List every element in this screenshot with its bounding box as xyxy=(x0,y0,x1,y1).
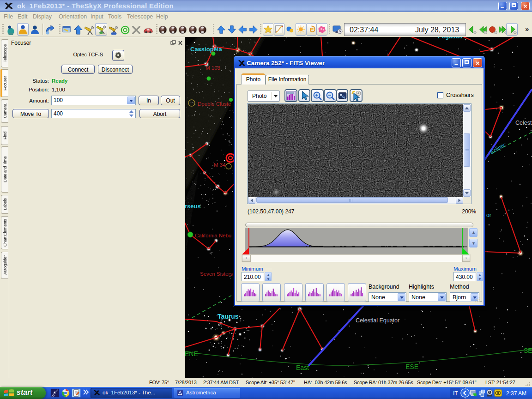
svg-text:ENE: ENE xyxy=(185,350,198,357)
svg-text:Taurus: Taurus xyxy=(218,313,239,320)
svg-text:ESE: ESE xyxy=(405,363,418,370)
svg-text:Celestial Equator: Celestial Equator xyxy=(356,317,399,324)
svg-text:Cassiopeia: Cassiopeia xyxy=(190,46,222,53)
svg-text:Pegasus: Pegasus xyxy=(438,37,462,40)
svg-text:M 103: M 103 xyxy=(206,65,220,71)
svg-text:Seven Sisters: Seven Sisters xyxy=(200,271,233,277)
svg-text:East: East xyxy=(296,364,309,371)
svg-text:Celest: Celest xyxy=(515,120,532,126)
svg-text:Double Cluste: Double Cluste xyxy=(198,101,231,107)
svg-text:SE: SE xyxy=(524,347,532,354)
svg-text:or: or xyxy=(486,212,491,218)
svg-text:California Nebu: California Nebu xyxy=(195,233,231,238)
svg-text:M 34: M 34 xyxy=(214,162,226,168)
svg-text:rseus: rseus xyxy=(185,203,201,210)
